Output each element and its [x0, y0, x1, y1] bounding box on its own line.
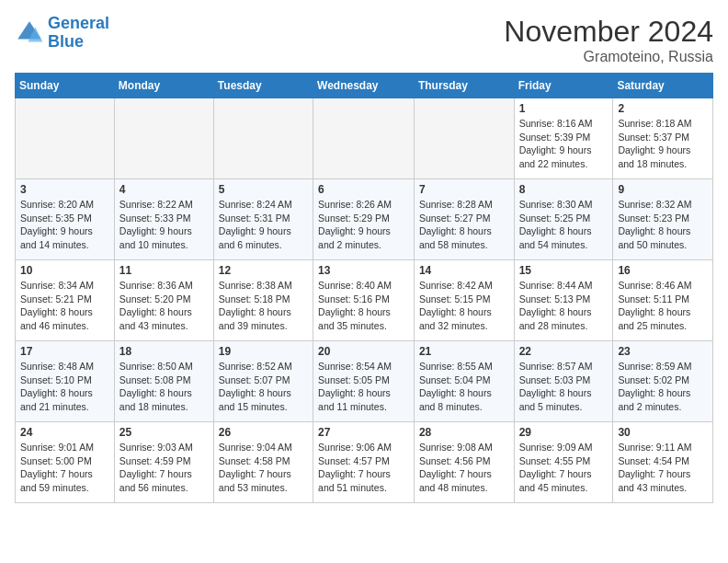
- calendar-cell: 7Sunrise: 8:28 AM Sunset: 5:27 PM Daylig…: [414, 179, 514, 260]
- logo-text: General Blue: [48, 15, 109, 52]
- calendar-cell: 11Sunrise: 8:36 AM Sunset: 5:20 PM Dayli…: [114, 260, 213, 341]
- calendar-cell: 3Sunrise: 8:20 AM Sunset: 5:35 PM Daylig…: [16, 179, 115, 260]
- day-info: Sunrise: 9:06 AM Sunset: 4:57 PM Dayligh…: [318, 441, 409, 495]
- day-number: 19: [219, 345, 308, 358]
- calendar-cell: 8Sunrise: 8:30 AM Sunset: 5:25 PM Daylig…: [514, 179, 613, 260]
- day-info: Sunrise: 8:40 AM Sunset: 5:16 PM Dayligh…: [318, 279, 409, 333]
- day-info: Sunrise: 8:34 AM Sunset: 5:21 PM Dayligh…: [20, 279, 109, 333]
- calendar-cell: 2Sunrise: 8:18 AM Sunset: 5:37 PM Daylig…: [613, 98, 713, 179]
- title-area: November 2024 Gramoteino, Russia: [504, 15, 713, 65]
- calendar-cell: 14Sunrise: 8:42 AM Sunset: 5:15 PM Dayli…: [414, 260, 514, 341]
- location: Gramoteino, Russia: [504, 49, 713, 65]
- day-number: 8: [519, 183, 609, 196]
- calendar-cell: 9Sunrise: 8:32 AM Sunset: 5:23 PM Daylig…: [613, 179, 713, 260]
- day-number: 22: [519, 345, 609, 358]
- day-number: 11: [119, 264, 209, 277]
- day-info: Sunrise: 8:54 AM Sunset: 5:05 PM Dayligh…: [318, 360, 409, 414]
- day-number: 5: [219, 183, 308, 196]
- day-number: 21: [419, 345, 509, 358]
- day-info: Sunrise: 8:59 AM Sunset: 5:02 PM Dayligh…: [618, 360, 708, 414]
- calendar-cell: 25Sunrise: 9:03 AM Sunset: 4:59 PM Dayli…: [114, 422, 213, 503]
- day-info: Sunrise: 8:48 AM Sunset: 5:10 PM Dayligh…: [20, 360, 109, 414]
- week-row-2: 3Sunrise: 8:20 AM Sunset: 5:35 PM Daylig…: [16, 179, 713, 260]
- day-number: 3: [20, 183, 109, 196]
- day-info: Sunrise: 8:52 AM Sunset: 5:07 PM Dayligh…: [219, 360, 308, 414]
- day-number: 12: [219, 264, 308, 277]
- day-number: 1: [519, 102, 609, 115]
- day-number: 2: [618, 102, 708, 115]
- calendar-cell: 16Sunrise: 8:46 AM Sunset: 5:11 PM Dayli…: [613, 260, 713, 341]
- weekday-header-thursday: Thursday: [414, 74, 514, 98]
- day-info: Sunrise: 8:26 AM Sunset: 5:29 PM Dayligh…: [318, 198, 409, 252]
- day-info: Sunrise: 8:30 AM Sunset: 5:25 PM Dayligh…: [519, 198, 609, 252]
- day-number: 13: [318, 264, 409, 277]
- day-number: 20: [318, 345, 409, 358]
- day-number: 29: [519, 426, 609, 439]
- day-number: 24: [20, 426, 109, 439]
- weekday-header-monday: Monday: [114, 74, 213, 98]
- day-number: 30: [618, 426, 708, 439]
- day-info: Sunrise: 8:55 AM Sunset: 5:04 PM Dayligh…: [419, 360, 509, 414]
- week-row-4: 17Sunrise: 8:48 AM Sunset: 5:10 PM Dayli…: [16, 341, 713, 422]
- day-info: Sunrise: 8:20 AM Sunset: 5:35 PM Dayligh…: [20, 198, 109, 252]
- day-info: Sunrise: 8:24 AM Sunset: 5:31 PM Dayligh…: [219, 198, 308, 252]
- day-number: 16: [618, 264, 708, 277]
- day-info: Sunrise: 8:16 AM Sunset: 5:39 PM Dayligh…: [519, 117, 609, 171]
- day-info: Sunrise: 9:01 AM Sunset: 5:00 PM Dayligh…: [20, 441, 109, 495]
- day-info: Sunrise: 8:50 AM Sunset: 5:08 PM Dayligh…: [119, 360, 209, 414]
- logo: General Blue: [15, 15, 109, 52]
- day-info: Sunrise: 8:44 AM Sunset: 5:13 PM Dayligh…: [519, 279, 609, 333]
- day-info: Sunrise: 8:57 AM Sunset: 5:03 PM Dayligh…: [519, 360, 609, 414]
- day-info: Sunrise: 8:32 AM Sunset: 5:23 PM Dayligh…: [618, 198, 708, 252]
- day-number: 10: [20, 264, 109, 277]
- calendar-cell: 5Sunrise: 8:24 AM Sunset: 5:31 PM Daylig…: [213, 179, 313, 260]
- logo-line1: General: [48, 14, 109, 32]
- weekday-header-sunday: Sunday: [16, 74, 115, 98]
- day-info: Sunrise: 8:18 AM Sunset: 5:37 PM Dayligh…: [618, 117, 708, 171]
- calendar-table: SundayMondayTuesdayWednesdayThursdayFrid…: [15, 73, 713, 503]
- calendar-cell: 21Sunrise: 8:55 AM Sunset: 5:04 PM Dayli…: [414, 341, 514, 422]
- calendar-cell: [313, 98, 415, 179]
- week-row-1: 1Sunrise: 8:16 AM Sunset: 5:39 PM Daylig…: [16, 98, 713, 179]
- day-info: Sunrise: 8:42 AM Sunset: 5:15 PM Dayligh…: [419, 279, 509, 333]
- logo-icon: [15, 18, 44, 48]
- day-info: Sunrise: 8:28 AM Sunset: 5:27 PM Dayligh…: [419, 198, 509, 252]
- day-number: 23: [618, 345, 708, 358]
- day-number: 17: [20, 345, 109, 358]
- calendar-cell: 24Sunrise: 9:01 AM Sunset: 5:00 PM Dayli…: [16, 422, 115, 503]
- day-info: Sunrise: 8:38 AM Sunset: 5:18 PM Dayligh…: [219, 279, 308, 333]
- day-info: Sunrise: 9:08 AM Sunset: 4:56 PM Dayligh…: [419, 441, 509, 495]
- calendar-cell: 17Sunrise: 8:48 AM Sunset: 5:10 PM Dayli…: [16, 341, 115, 422]
- day-number: 26: [219, 426, 308, 439]
- calendar-cell: 30Sunrise: 9:11 AM Sunset: 4:54 PM Dayli…: [613, 422, 713, 503]
- calendar-cell: 19Sunrise: 8:52 AM Sunset: 5:07 PM Dayli…: [213, 341, 313, 422]
- day-info: Sunrise: 9:09 AM Sunset: 4:55 PM Dayligh…: [519, 441, 609, 495]
- calendar-cell: 15Sunrise: 8:44 AM Sunset: 5:13 PM Dayli…: [514, 260, 613, 341]
- calendar-cell: 29Sunrise: 9:09 AM Sunset: 4:55 PM Dayli…: [514, 422, 613, 503]
- calendar-cell: [213, 98, 313, 179]
- calendar-cell: 23Sunrise: 8:59 AM Sunset: 5:02 PM Dayli…: [613, 341, 713, 422]
- day-info: Sunrise: 8:22 AM Sunset: 5:33 PM Dayligh…: [119, 198, 209, 252]
- day-number: 7: [419, 183, 509, 196]
- calendar-cell: 26Sunrise: 9:04 AM Sunset: 4:58 PM Dayli…: [213, 422, 313, 503]
- day-info: Sunrise: 9:04 AM Sunset: 4:58 PM Dayligh…: [219, 441, 308, 495]
- calendar-cell: 12Sunrise: 8:38 AM Sunset: 5:18 PM Dayli…: [213, 260, 313, 341]
- weekday-header-saturday: Saturday: [613, 74, 713, 98]
- calendar-cell: 4Sunrise: 8:22 AM Sunset: 5:33 PM Daylig…: [114, 179, 213, 260]
- day-number: 25: [119, 426, 209, 439]
- calendar-cell: 20Sunrise: 8:54 AM Sunset: 5:05 PM Dayli…: [313, 341, 415, 422]
- day-number: 18: [119, 345, 209, 358]
- calendar-cell: 27Sunrise: 9:06 AM Sunset: 4:57 PM Dayli…: [313, 422, 415, 503]
- day-number: 4: [119, 183, 209, 196]
- calendar-cell: 13Sunrise: 8:40 AM Sunset: 5:16 PM Dayli…: [313, 260, 415, 341]
- calendar-cell: 22Sunrise: 8:57 AM Sunset: 5:03 PM Dayli…: [514, 341, 613, 422]
- calendar-cell: 18Sunrise: 8:50 AM Sunset: 5:08 PM Dayli…: [114, 341, 213, 422]
- weekday-header-wednesday: Wednesday: [313, 74, 415, 98]
- calendar-cell: 6Sunrise: 8:26 AM Sunset: 5:29 PM Daylig…: [313, 179, 415, 260]
- calendar-cell: 10Sunrise: 8:34 AM Sunset: 5:21 PM Dayli…: [16, 260, 115, 341]
- day-number: 6: [318, 183, 409, 196]
- week-row-5: 24Sunrise: 9:01 AM Sunset: 5:00 PM Dayli…: [16, 422, 713, 503]
- weekday-header-row: SundayMondayTuesdayWednesdayThursdayFrid…: [16, 74, 713, 98]
- month-title: November 2024: [504, 15, 713, 49]
- day-info: Sunrise: 8:46 AM Sunset: 5:11 PM Dayligh…: [618, 279, 708, 333]
